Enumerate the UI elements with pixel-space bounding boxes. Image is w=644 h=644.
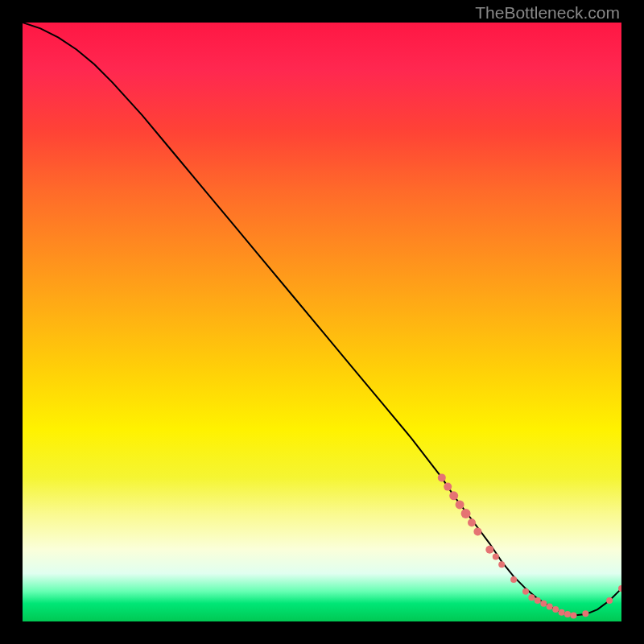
data-marker <box>461 509 471 518</box>
markers-group <box>438 473 621 618</box>
data-marker <box>571 613 577 619</box>
data-marker <box>473 527 481 535</box>
data-marker <box>438 473 446 481</box>
data-marker <box>485 546 493 554</box>
data-marker <box>528 594 535 601</box>
data-marker <box>456 500 464 509</box>
data-marker <box>449 491 458 500</box>
attribution-text: TheBottleneck.com <box>475 3 620 23</box>
chart-overlay <box>23 23 621 621</box>
data-marker <box>540 601 547 607</box>
data-marker <box>559 609 565 616</box>
curve-line <box>23 23 621 616</box>
data-marker <box>564 611 571 617</box>
data-marker <box>582 610 588 617</box>
plot-area <box>23 23 621 621</box>
data-marker <box>606 597 613 604</box>
data-marker <box>510 576 517 583</box>
data-marker <box>522 588 529 595</box>
data-marker <box>535 597 541 604</box>
data-marker <box>444 483 452 491</box>
chart-container: TheBottleneck.com <box>0 0 644 644</box>
data-marker <box>498 561 505 568</box>
data-marker <box>493 554 499 560</box>
data-marker <box>468 518 476 526</box>
data-marker <box>547 603 553 609</box>
data-marker <box>552 606 559 613</box>
